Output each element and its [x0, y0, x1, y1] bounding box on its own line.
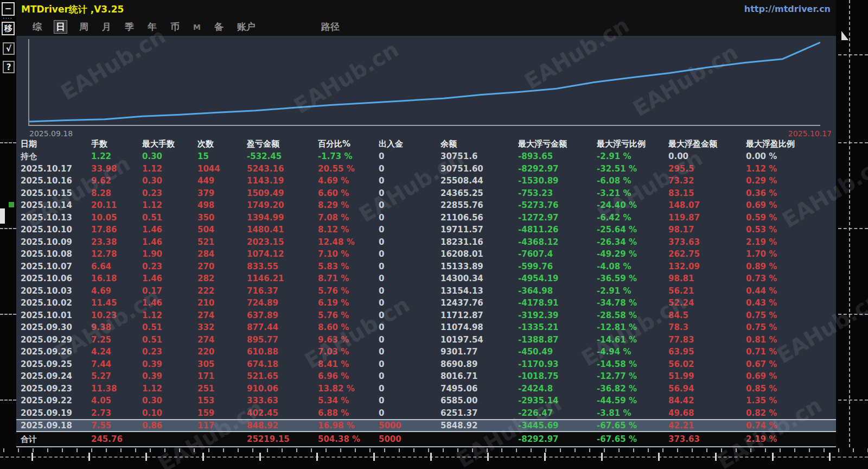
help-button[interactable]: ?	[3, 61, 15, 73]
table-row[interactable]: 2025.10.0812.781.902841074.127.10 %01620…	[16, 248, 836, 261]
table-row[interactable]: 2025.10.169.620.304491143.194.69 %025508…	[16, 175, 836, 187]
table-row[interactable]: 2025.09.297.250.51274895.779.63 %010197.…	[16, 334, 836, 346]
table-header-row: 日期手数最大手数次数盈亏金额百分比%出入金余额最大浮亏金额最大浮亏比例最大浮盈金…	[16, 138, 836, 150]
cell-balance: 12437.76	[441, 297, 518, 309]
cell-in-out: 0	[379, 175, 441, 187]
col-header-max-float-profit: 最大浮盈金额	[668, 138, 746, 150]
cell-date: 2025.10.07	[21, 261, 91, 273]
cell-max-float-profit: 63.95	[668, 346, 746, 358]
menu-item-路径[interactable]: 路径	[320, 20, 341, 34]
total-row[interactable]: 合计245.7625219.15504.38 %5000-8292.97-67.…	[16, 432, 836, 446]
cell-balance: 8016.71	[441, 370, 518, 383]
cell-max-float-loss: -5273.76	[518, 199, 597, 212]
cell-count: 210	[197, 297, 247, 309]
menu-item-周[interactable]: 周	[78, 20, 90, 34]
cell-max-float-loss: -4368.12	[518, 236, 597, 249]
cell-count: 117	[197, 420, 247, 431]
cell-max-float-profit: 49.68	[668, 407, 746, 420]
cell-count: 284	[197, 248, 247, 261]
cell-lots: 7.25	[91, 334, 142, 346]
menu-item-M[interactable]: M	[192, 22, 202, 32]
menu-item-综[interactable]: 综	[31, 20, 43, 34]
cell-max-float-loss-pct: -32.51 %	[597, 163, 668, 175]
table-row[interactable]: 2025.09.2311.381.12251910.0613.82 %07495…	[16, 383, 836, 395]
table-row[interactable]: 2025.10.1310.050.513501394.997.08 %02110…	[16, 212, 836, 224]
menu-item-账户[interactable]: 账户	[235, 20, 257, 34]
cell-count: 449	[197, 175, 247, 187]
cell-lots: 16.18	[91, 272, 142, 285]
table-row[interactable]: 2025.09.224.050.30153333.635.34 %06585.0…	[16, 395, 836, 407]
cell-max-float-profit: 373.63	[668, 236, 746, 249]
cell-max-float-profit-pct: 0.59 %	[746, 212, 836, 224]
menu-item-季[interactable]: 季	[123, 20, 136, 34]
table-row[interactable]: 2025.10.034.690.17222716.375.76 %013154.…	[16, 285, 836, 297]
cell-max-float-loss-pct: -12.81 %	[597, 321, 668, 334]
cell-pct: 504.38 %	[318, 432, 379, 446]
cell-pnl: 848.92	[247, 420, 318, 431]
cell-pct: 20.55 %	[318, 163, 379, 175]
cell-max-float-loss: -4811.26	[518, 224, 597, 236]
cell-balance: 21106.56	[441, 212, 518, 224]
move-button[interactable]: 移	[2, 22, 15, 35]
cell-max-float-profit: 56.02	[668, 358, 746, 371]
cell-max-float-profit: 83.15	[668, 187, 746, 200]
cell-max-float-profit: 262.75	[668, 248, 746, 261]
time-axis[interactable]	[0, 448, 868, 469]
vendor-link[interactable]: http://mtdriver.cn	[744, 4, 831, 14]
table-row[interactable]: 2025.10.0211.451.46210724.896.19 %012437…	[16, 297, 836, 309]
cell-max-float-profit: 77.83	[668, 334, 746, 346]
cell-max-float-loss: -1272.97	[518, 212, 597, 224]
cell-count: 1044	[197, 163, 247, 175]
table-row[interactable]: 2025.10.1017.861.465041480.418.12 %01971…	[16, 224, 836, 236]
col-header-pct: 百分比%	[318, 138, 379, 150]
table-row[interactable]: 2025.10.0923.381.465212023.1512.48 %0182…	[16, 236, 836, 249]
cell-max-lots: 0.10	[142, 407, 197, 420]
apply-button[interactable]: √	[3, 42, 15, 55]
table-row[interactable]: 2025.09.309.380.51332877.448.60 %011074.…	[16, 321, 836, 334]
table-row[interactable]: 2025.09.257.440.39305674.188.41 %08690.8…	[16, 358, 836, 371]
cell-max-lots: 1.12	[142, 163, 197, 175]
minimize-button[interactable]: −	[2, 2, 15, 16]
menu-item-备[interactable]: 备	[213, 20, 225, 34]
cell-max-lots: 0.86	[142, 420, 197, 431]
table-row[interactable]: 2025.09.192.730.10159402.456.88 %06251.3…	[16, 407, 836, 420]
cell-pct: 8.71 %	[318, 272, 379, 285]
cell-count: 498	[197, 199, 247, 212]
table-row[interactable]: 2025.09.187.550.86117848.9216.98 %500058…	[16, 419, 836, 432]
cell-pnl: 637.89	[247, 309, 318, 322]
cell-date: 2025.09.29	[21, 334, 91, 346]
menu-item-年[interactable]: 年	[146, 20, 158, 34]
cell-max-float-profit: 56.94	[668, 383, 746, 395]
cell-pct: 9.63 %	[318, 334, 379, 346]
cell-balance: 9301.77	[441, 346, 518, 358]
table-row[interactable]: 2025.10.0616.181.462821146.218.71 %01430…	[16, 272, 836, 285]
grid-dash	[849, 0, 850, 469]
cell-lots: 4.24	[91, 346, 142, 358]
cell-pct: 7.08 %	[318, 212, 379, 224]
table-row[interactable]: 2025.10.0110.231.12274637.895.76 %011712…	[16, 309, 836, 322]
cell-pnl: 1146.21	[247, 272, 318, 285]
position-row[interactable]: 持仓1.220.3015-532.45-1.73 %030751.6-893.6…	[16, 150, 836, 163]
cell-pct: 8.60 %	[318, 321, 379, 334]
cell-date: 2025.10.14	[21, 199, 91, 212]
table-row[interactable]: 2025.10.1733.981.1210445243.1620.55 %030…	[16, 163, 836, 175]
table-row[interactable]: 2025.10.076.640.23270833.555.83 %015133.…	[16, 261, 836, 273]
cell-max-float-loss-pct: -4.94 %	[597, 346, 668, 358]
cell-count: 282	[197, 272, 247, 285]
menu-item-币[interactable]: 币	[169, 20, 181, 34]
cell-pnl: 877.44	[247, 321, 318, 334]
table-row[interactable]: 2025.09.264.240.23220610.887.03 %09301.7…	[16, 346, 836, 358]
table-row[interactable]: 2025.09.245.270.39171521.656.96 %08016.7…	[16, 370, 836, 383]
stats-table: 日期手数最大手数次数盈亏金额百分比%出入金余额最大浮亏金额最大浮亏比例最大浮盈金…	[16, 138, 836, 446]
cell-balance: 30751.6	[441, 150, 518, 163]
cell-balance: 15133.89	[441, 261, 518, 273]
cell-max-float-loss-pct: -26.34 %	[597, 236, 668, 249]
cell-pnl: 1509.49	[247, 187, 318, 200]
table-row[interactable]: 2025.10.1420.111.124981749.208.29 %02285…	[16, 199, 836, 212]
cell-pnl: 1480.41	[247, 224, 318, 236]
menu-item-日[interactable]: 日	[54, 20, 67, 34]
grid-dash	[838, 142, 868, 143]
table-row[interactable]: 2025.10.158.280.233791509.496.60 %024365…	[16, 187, 836, 200]
menu-item-月[interactable]: 月	[100, 20, 113, 34]
panel-titlebar[interactable]: MTDriver统计 ,V3.25 http://mtdriver.cn	[16, 0, 836, 18]
